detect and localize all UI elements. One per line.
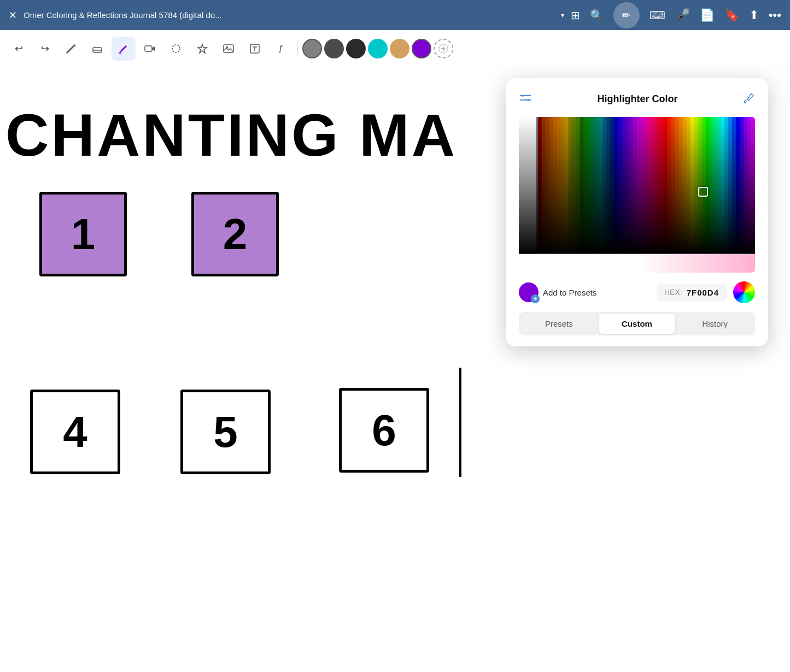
tab-custom[interactable]: Custom (599, 314, 676, 334)
new-doc-icon[interactable]: 📄 (700, 8, 715, 22)
hex-label: HEX: (664, 288, 682, 297)
highlighter-icon (118, 43, 130, 55)
svg-rect-4 (224, 45, 233, 52)
current-color-swatch: + (519, 282, 539, 302)
color-selection-indicator (698, 187, 708, 197)
color-swatch-purple[interactable] (412, 39, 431, 58)
mic-icon[interactable]: 🎤 (675, 8, 690, 22)
color-picker-popup: Highlighter Color + Add to Presets HEX: (506, 78, 768, 346)
redo-button[interactable]: ↪ (33, 37, 57, 61)
star-tool-button[interactable] (190, 37, 214, 61)
color-wheel-button[interactable] (733, 281, 755, 303)
svg-point-9 (527, 99, 529, 101)
picker-tabs: Presets Custom History (519, 312, 755, 335)
close-button[interactable]: ✕ (9, 9, 17, 21)
canvas-area: CHANTING MA 1 2 4 5 6 Highlighter Color (0, 67, 790, 672)
highlighter-tool-button[interactable] (112, 37, 136, 61)
lasso-icon (170, 43, 182, 55)
number-box-6: 6 (339, 388, 429, 473)
text-icon (249, 43, 261, 55)
filter-sliders-icon[interactable] (519, 91, 532, 107)
vertical-line (459, 368, 461, 477)
video-icon (144, 43, 156, 55)
color-swatch-darkgray[interactable] (324, 39, 344, 58)
drawing-toolbar: ↩ ↪ ƒ (0, 30, 790, 67)
add-color-button[interactable] (434, 39, 453, 58)
number-box-2: 2 (191, 192, 279, 276)
color-gradient-grid[interactable] (519, 117, 755, 273)
color-swatch-gray[interactable] (302, 39, 322, 58)
svg-point-8 (522, 95, 524, 97)
undo-button[interactable]: ↩ (7, 37, 31, 61)
text-tool-button[interactable] (243, 37, 267, 61)
eraser-tool-button[interactable] (85, 37, 109, 61)
toolbar-icon-2[interactable]: 🔍 (590, 9, 604, 22)
title-bar: ✕ Omer Coloring & Reflections Journal 57… (0, 0, 790, 30)
picker-title: Highlighter Color (598, 93, 678, 105)
add-to-presets-area[interactable]: + Add to Presets (519, 282, 650, 302)
active-tool-button[interactable]: ✏ (613, 2, 640, 28)
color-swatch-tan[interactable] (390, 39, 409, 58)
eraser-icon (91, 43, 103, 55)
canvas-title-text: CHANTING MA (5, 100, 457, 169)
picker-header: Highlighter Color (519, 91, 755, 107)
plus-circle-icon (438, 44, 448, 54)
hex-input-area[interactable]: HEX: 7F00D4 (657, 284, 727, 302)
toolbar-divider (297, 40, 298, 57)
lasso-tool-button[interactable] (164, 37, 188, 61)
star-icon (196, 43, 208, 55)
title-chevron-icon[interactable]: ▾ (561, 11, 564, 19)
number-box-1: 1 (39, 192, 127, 276)
picker-bottom-row: + Add to Presets HEX: 7F00D4 (519, 281, 755, 303)
tab-history[interactable]: History (676, 314, 753, 334)
add-preset-plus-icon: + (531, 294, 540, 303)
pen-icon: ✏ (622, 9, 631, 22)
bookmark-icon[interactable]: 🔖 (724, 8, 739, 22)
toolbar-icon-1[interactable]: ⊞ (571, 9, 580, 22)
svg-point-3 (172, 45, 180, 52)
number-box-4: 4 (30, 390, 120, 474)
window-title: Omer Coloring & Reflections Journal 5784… (24, 10, 554, 20)
keyboard-icon[interactable]: ⌨ (649, 9, 665, 22)
svg-rect-1 (119, 52, 121, 54)
pencil-tool-button[interactable] (59, 37, 83, 61)
share-icon[interactable]: ⬆ (749, 8, 759, 22)
color-swatch-charcoal[interactable] (346, 39, 366, 58)
tab-presets[interactable]: Presets (520, 314, 598, 334)
pencil-icon (65, 43, 77, 55)
image-tool-button[interactable] (216, 37, 241, 61)
eyedropper-icon[interactable] (743, 92, 755, 107)
script-tool-button[interactable]: ƒ (269, 37, 293, 61)
color-swatch-cyan[interactable] (368, 39, 388, 58)
add-to-presets-label: Add to Presets (543, 288, 596, 297)
svg-rect-2 (145, 46, 152, 51)
hex-value[interactable]: 7F00D4 (687, 288, 719, 297)
number-box-5: 5 (180, 390, 271, 474)
video-tool-button[interactable] (138, 37, 162, 61)
image-icon (223, 43, 235, 55)
more-icon[interactable]: ••• (769, 8, 781, 22)
